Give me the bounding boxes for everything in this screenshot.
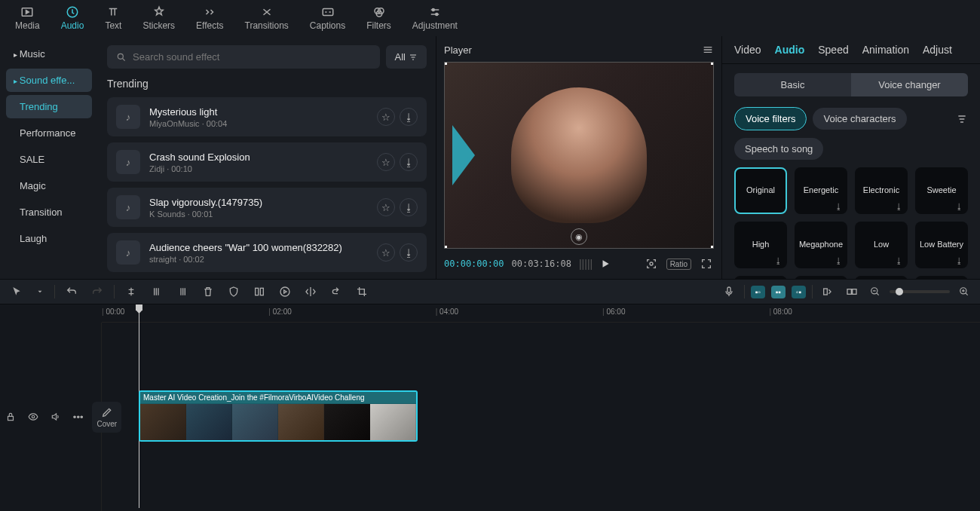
tab-stickers[interactable]: Stickers xyxy=(133,2,184,34)
tab-filters[interactable]: Filters xyxy=(357,2,400,34)
split-view-button[interactable] xyxy=(819,283,837,301)
tab-adjustment[interactable]: Adjustment xyxy=(403,2,467,34)
download-button[interactable]: ⭳ xyxy=(400,198,418,216)
snapshot-button[interactable] xyxy=(644,256,659,271)
rotate-button[interactable] xyxy=(327,283,345,301)
voice-tile-vinyl[interactable]: Vinyl⭳ xyxy=(734,276,787,279)
visibility-button[interactable] xyxy=(25,408,41,425)
zoom-out-button[interactable] xyxy=(867,283,884,300)
filter-all-label: All xyxy=(395,51,406,63)
download-button[interactable]: ⭳ xyxy=(400,243,418,262)
tab-voice-changer[interactable]: Voice changer xyxy=(851,73,968,96)
prop-tab-speed[interactable]: Speed xyxy=(818,44,848,56)
favorite-button[interactable]: ☆ xyxy=(377,198,395,216)
sort-button[interactable] xyxy=(956,113,968,125)
download-button[interactable]: ⭳ xyxy=(400,108,418,126)
video-clip[interactable]: Master AI Video Creation_Join the #Filmo… xyxy=(139,390,418,442)
search-input[interactable] xyxy=(133,51,371,63)
voice-tile-lo-fi[interactable]: Lo-Fi⭳ xyxy=(795,276,847,279)
voice-tile-low[interactable]: Low⭳ xyxy=(855,222,908,268)
pill-voice-characters[interactable]: Voice characters xyxy=(813,108,906,130)
zoom-handle[interactable] xyxy=(896,288,903,295)
tab-captions[interactable]: Captions xyxy=(301,2,354,34)
track-area[interactable]: Master AI Video Creation_Join the #Filmo… xyxy=(102,323,980,511)
sound-item[interactable]: ♪Audience cheers "War" 100 women(832282)… xyxy=(107,233,427,272)
sound-item[interactable]: ♪Mysterious lightMiyaOnMusic · 00:04☆⭳ xyxy=(107,97,427,136)
favorite-button[interactable]: ☆ xyxy=(377,108,395,126)
play-button[interactable] xyxy=(600,259,611,269)
mic-button[interactable] xyxy=(720,283,738,301)
layout-button[interactable] xyxy=(250,283,268,301)
voice-tile-megaphone[interactable]: Megaphone⭳ xyxy=(795,222,847,268)
tab-basic[interactable]: Basic xyxy=(734,73,851,96)
pill-speech-to-song[interactable]: Speech to song xyxy=(734,138,823,160)
marker-button[interactable] xyxy=(225,283,243,301)
sidebar-item-sale[interactable]: SALE xyxy=(6,148,92,171)
lock-track-button[interactable] xyxy=(2,408,19,425)
mute-button[interactable] xyxy=(47,408,64,425)
prop-tab-animation[interactable]: Animation xyxy=(862,44,909,56)
resize-handle[interactable] xyxy=(444,62,447,65)
pill-voice-filters[interactable]: Voice filters xyxy=(734,107,807,130)
voice-tile-mic-hog[interactable]: Mic Hog⭳ xyxy=(915,276,968,279)
split-button[interactable] xyxy=(122,283,140,301)
voice-tile-sweetie[interactable]: Sweetie⭳ xyxy=(915,167,968,214)
favorite-button[interactable]: ☆ xyxy=(377,243,395,262)
ratio-button[interactable]: Ratio xyxy=(666,259,691,270)
trim-start-button[interactable] xyxy=(148,283,166,301)
cursor-tool[interactable] xyxy=(8,283,26,301)
zoom-slider[interactable] xyxy=(890,290,950,293)
prop-tab-audio[interactable]: Audio xyxy=(775,44,805,56)
voice-tile-high[interactable]: High⭳ xyxy=(734,222,787,268)
more-button[interactable]: ••• xyxy=(70,408,87,426)
cursor-dropdown[interactable] xyxy=(33,285,47,298)
sidebar-item-magic[interactable]: Magic xyxy=(6,174,92,197)
filter-all-button[interactable]: All xyxy=(386,45,427,69)
sidebar-item-sound-effects[interactable]: Sound effe... xyxy=(6,69,92,92)
magnet-center[interactable]: ▪▪ xyxy=(771,286,786,298)
voice-tile-electronic[interactable]: Electronic⭳ xyxy=(855,167,908,214)
voice-tile-energetic[interactable]: Energetic⭳ xyxy=(795,167,847,214)
trim-end-button[interactable] xyxy=(173,283,191,301)
magnet-right[interactable]: ▫▪ xyxy=(792,286,806,298)
download-button[interactable]: ⭳ xyxy=(400,153,418,171)
tab-text[interactable]: Text xyxy=(96,2,130,34)
voice-tile-original[interactable]: Original xyxy=(734,167,787,214)
sort-icon xyxy=(956,113,968,125)
snap-button[interactable] xyxy=(843,283,861,301)
resize-handle[interactable] xyxy=(711,246,714,249)
search-box[interactable] xyxy=(107,45,380,69)
zoom-fit-button[interactable] xyxy=(956,283,972,300)
mirror-button[interactable] xyxy=(302,283,320,301)
redo-button[interactable] xyxy=(88,283,106,301)
speed-button[interactable] xyxy=(276,283,294,301)
sidebar-item-trending[interactable]: Trending xyxy=(6,95,92,118)
tab-effects[interactable]: Effects xyxy=(187,2,232,34)
prop-tab-video[interactable]: Video xyxy=(734,44,761,56)
tab-audio[interactable]: Audio xyxy=(52,2,93,34)
fullscreen-button[interactable] xyxy=(699,256,714,271)
sidebar-item-transition[interactable]: Transition xyxy=(6,200,92,224)
undo-button[interactable] xyxy=(63,283,81,301)
crop-button[interactable] xyxy=(353,283,371,301)
sidebar-item-laugh[interactable]: Laugh xyxy=(6,227,92,250)
voice-tile-tremble[interactable]: Tremble⭳ xyxy=(855,276,908,279)
resize-handle[interactable] xyxy=(711,62,714,65)
magnet-left[interactable]: ▪▫ xyxy=(751,286,765,298)
voice-tile-low-battery[interactable]: Low Battery⭳ xyxy=(915,222,968,268)
tab-media[interactable]: Media xyxy=(6,2,49,34)
time-ruler[interactable]: 00:0002:0004:0006:0008:00 xyxy=(102,304,980,323)
favorite-button[interactable]: ☆ xyxy=(377,153,395,171)
sound-info: Mysterious lightMiyaOnMusic · 00:04 xyxy=(149,106,368,128)
prop-tab-adjust[interactable]: Adjust xyxy=(923,44,952,56)
delete-button[interactable] xyxy=(199,283,217,301)
sound-item[interactable]: ♪Slap vigorously.(1479735)K Sounds · 00:… xyxy=(107,188,427,227)
sound-item[interactable]: ♪Crash sound ExplosionZidji · 00:10☆⭳ xyxy=(107,142,427,182)
resize-handle[interactable] xyxy=(444,246,447,249)
player-menu-button[interactable] xyxy=(702,44,714,56)
tab-transitions[interactable]: Transitions xyxy=(236,2,298,34)
sound-info: Slap vigorously.(1479735)K Sounds · 00:0… xyxy=(149,197,368,219)
player-preview[interactable]: ◉ xyxy=(444,62,714,249)
sidebar-item-performance[interactable]: Performance xyxy=(6,121,92,145)
sidebar-item-music[interactable]: Music xyxy=(6,42,92,66)
